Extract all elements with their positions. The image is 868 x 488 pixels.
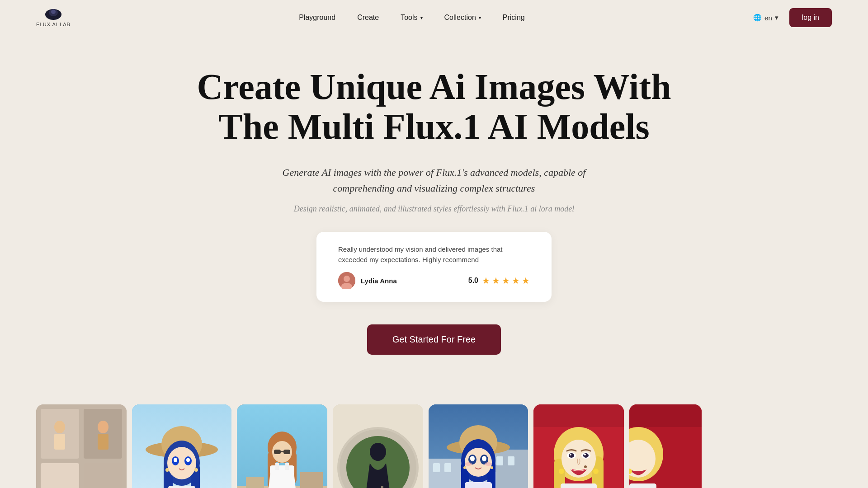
svg-rect-100 <box>629 483 656 488</box>
svg-point-94 <box>593 469 599 474</box>
avatar <box>338 272 355 289</box>
language-selector[interactable]: 🌐 en ▾ <box>753 14 778 22</box>
svg-rect-92 <box>561 483 597 488</box>
star-5: ★ <box>522 275 530 286</box>
svg-point-30 <box>194 468 198 472</box>
svg-rect-102 <box>629 404 702 427</box>
svg-point-76 <box>485 462 492 466</box>
hero-tagline: Design realistic, animated, and illustra… <box>294 204 574 214</box>
svg-rect-60 <box>444 463 451 472</box>
image-gallery: silhouette <box>0 404 868 488</box>
svg-rect-53 <box>381 486 383 488</box>
star-1: ★ <box>482 275 490 286</box>
svg-rect-77 <box>465 482 492 488</box>
svg-point-13 <box>54 421 65 433</box>
review-footer: Lydia Anna 5.0 ★ ★ ★ ★ ★ <box>338 272 530 289</box>
collection-chevron-icon: ▾ <box>479 15 481 20</box>
svg-rect-35 <box>300 472 323 488</box>
gallery-image-1 <box>36 404 127 488</box>
svg-point-74 <box>482 457 484 459</box>
globe-icon: 🌐 <box>753 14 762 22</box>
svg-point-29 <box>165 468 169 472</box>
nav-create[interactable]: Create <box>357 14 379 22</box>
svg-rect-59 <box>433 463 440 472</box>
logo-text: FLUX AI Lab <box>36 22 71 27</box>
gallery-item-6 <box>533 404 624 488</box>
star-2: ★ <box>492 275 500 286</box>
gallery-image-2 <box>132 404 231 488</box>
reviewer-info: Lydia Anna <box>338 272 397 289</box>
nav-links: Playground Create Tools ▾ Collection ▾ P… <box>299 14 525 22</box>
svg-point-78 <box>463 466 466 469</box>
svg-rect-10 <box>84 463 122 488</box>
svg-rect-44 <box>270 465 294 474</box>
svg-rect-16 <box>98 434 108 450</box>
svg-point-4 <box>344 276 350 282</box>
svg-rect-42 <box>283 450 290 454</box>
svg-point-27 <box>174 458 177 462</box>
svg-rect-45 <box>275 463 279 470</box>
svg-point-15 <box>98 421 108 433</box>
hero-title: Create Unique Ai Images With The Multi F… <box>185 67 683 146</box>
lang-label: en <box>764 14 772 22</box>
avatar-image <box>338 272 355 289</box>
lang-chevron-icon: ▾ <box>775 14 778 22</box>
nav-collection[interactable]: Collection ▾ <box>444 14 481 22</box>
svg-rect-46 <box>285 463 289 470</box>
svg-rect-62 <box>508 456 514 465</box>
svg-point-72 <box>482 456 486 461</box>
hero-section: Create Unique Ai Images With The Multi F… <box>0 35 868 404</box>
svg-point-73 <box>470 457 472 459</box>
gallery-item-5 <box>429 404 528 488</box>
nav-pricing[interactable]: Pricing <box>503 14 525 22</box>
svg-point-89 <box>570 454 571 455</box>
svg-point-2 <box>51 9 56 14</box>
gallery-image-7 <box>629 404 702 488</box>
gallery-item-7 <box>629 404 702 488</box>
svg-point-90 <box>584 454 586 455</box>
svg-rect-14 <box>54 434 65 450</box>
logo-icon <box>44 8 62 21</box>
star-rating: ★ ★ ★ ★ ★ <box>482 275 530 286</box>
gallery-item-3 <box>237 404 327 488</box>
review-text: Really understood my vision and delivere… <box>338 244 530 265</box>
svg-rect-57 <box>492 450 528 488</box>
gallery-image-5 <box>429 404 528 488</box>
gallery-image-3 <box>237 404 327 488</box>
gallery-item-4: silhouette <box>333 404 423 488</box>
gallery-image-4: silhouette <box>333 404 423 488</box>
svg-rect-9 <box>41 463 79 488</box>
nav-right: 🌐 en ▾ log in <box>753 8 832 27</box>
svg-rect-61 <box>496 456 503 465</box>
star-3: ★ <box>502 275 510 286</box>
cta-button[interactable]: Get Started For Free <box>367 324 501 355</box>
svg-point-88 <box>583 453 589 458</box>
nav-playground[interactable]: Playground <box>299 14 335 22</box>
svg-rect-41 <box>274 450 281 454</box>
tools-chevron-icon: ▾ <box>420 15 423 20</box>
svg-point-28 <box>186 458 190 462</box>
review-card: Really understood my vision and delivere… <box>316 232 552 302</box>
rating-score: 5.0 <box>468 277 478 285</box>
hero-subtitle: Generate AI images with the power of Flu… <box>276 164 592 196</box>
svg-point-79 <box>491 466 493 469</box>
reviewer-name: Lydia Anna <box>361 277 397 285</box>
svg-rect-95 <box>533 404 624 427</box>
svg-point-87 <box>569 453 574 458</box>
svg-point-71 <box>470 456 475 461</box>
rating-section: 5.0 ★ ★ ★ ★ ★ <box>468 275 530 286</box>
svg-point-75 <box>465 462 472 466</box>
svg-rect-56 <box>429 459 465 488</box>
svg-point-91 <box>584 465 587 468</box>
star-4: ★ <box>512 275 520 286</box>
svg-rect-34 <box>246 477 264 488</box>
logo[interactable]: FLUX AI Lab <box>36 8 71 27</box>
gallery-image-6 <box>533 404 624 488</box>
login-button[interactable]: log in <box>789 8 832 27</box>
nav-tools[interactable]: Tools ▾ <box>401 14 422 22</box>
svg-point-51 <box>370 443 386 461</box>
navbar: FLUX AI Lab Playground Create Tools ▾ Co… <box>0 0 868 35</box>
svg-rect-31 <box>168 486 195 488</box>
svg-point-68 <box>465 448 492 477</box>
svg-point-24 <box>167 447 196 479</box>
